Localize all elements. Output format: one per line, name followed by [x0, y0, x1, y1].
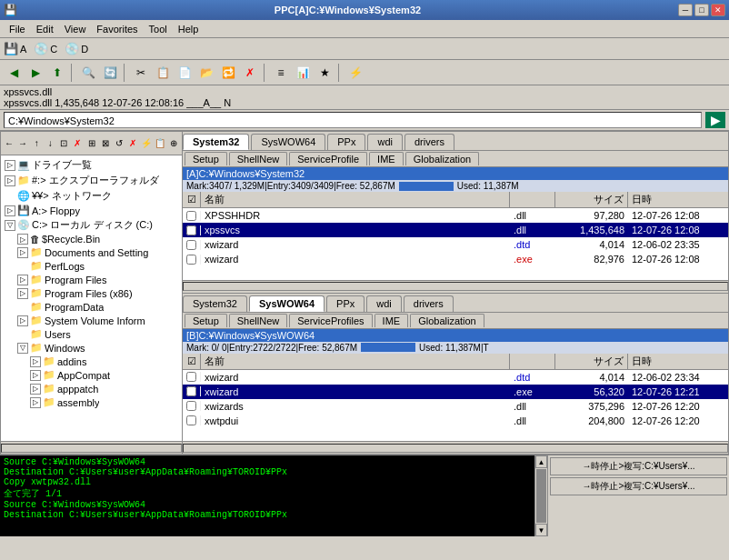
subtab-shellnew-top[interactable]: ShellNew	[229, 152, 287, 165]
bottom-scrollbar-h[interactable]	[183, 441, 728, 454]
file-checkbox[interactable]	[183, 372, 201, 382]
star-button[interactable]: ★	[315, 63, 335, 83]
tree-scroll-track[interactable]	[1, 444, 182, 453]
move-button[interactable]: 📂	[196, 63, 216, 83]
forward-button[interactable]: ▶	[25, 63, 45, 83]
tree-item[interactable]: ▷ 📁 #:> エクスプローラフォルダ	[3, 173, 180, 188]
log-scroll-down[interactable]: ▼	[535, 524, 547, 536]
top-file-list[interactable]: XPSSHHDR .dll 97,280 12-07-26 12:08 xpss…	[183, 208, 728, 280]
tree-item[interactable]: 🌐 ¥¥> ネットワーク	[3, 188, 180, 204]
tree-toggle-icon[interactable]: ▷	[30, 397, 41, 408]
table-row[interactable]: xwizard .dtd 4,014 12-06-02 23:34	[183, 370, 728, 385]
file-checkbox[interactable]	[183, 401, 201, 411]
sync-button[interactable]: 🔁	[218, 63, 238, 83]
tree-toggle-icon[interactable]: ▷	[30, 356, 41, 367]
log-panel[interactable]: Source C:¥Windows¥SysWOW64Destination C:…	[0, 455, 534, 536]
drive-c[interactable]: 💿 C	[34, 42, 57, 55]
file-checkbox[interactable]	[183, 240, 201, 250]
back-button[interactable]: ◀	[4, 63, 24, 83]
lp-btn-8[interactable]: ⊠	[99, 135, 112, 153]
file-checkbox[interactable]	[183, 255, 201, 265]
minimize-button[interactable]: ─	[678, 4, 693, 16]
header-date-top[interactable]: 日時	[628, 192, 728, 207]
tree-item[interactable]: ▷ 💻 ドライブ一覧	[3, 157, 180, 173]
tab-drivers-top[interactable]: drivers	[404, 134, 454, 150]
menu-edit[interactable]: Edit	[31, 22, 59, 36]
log-scroll-up[interactable]: ▲	[535, 455, 547, 468]
table-row[interactable]: xwizards .dll 375,296 12-07-26 12:20	[183, 399, 728, 414]
menu-view[interactable]: View	[59, 22, 92, 36]
lp-btn-2[interactable]: →	[16, 135, 29, 153]
lp-btn-7[interactable]: ⊞	[85, 135, 97, 153]
lp-btn-4[interactable]: ↓	[44, 135, 56, 153]
lp-btn-5[interactable]: ⊡	[57, 135, 70, 153]
tree-toggle-icon[interactable]: ▷	[17, 247, 28, 258]
table-row[interactable]: xwizard .dtd 4,014 12-06-02 23:35	[183, 237, 728, 252]
tab-drivers-bottom[interactable]: drivers	[404, 295, 454, 312]
top-scrollbar-h[interactable]	[183, 280, 728, 293]
table-row[interactable]: XPSSHHDR .dll 97,280 12-07-26 12:08	[183, 208, 728, 223]
lp-btn-11[interactable]: ⚡	[140, 135, 153, 153]
tree-item[interactable]: 📁 PerfLogs	[3, 259, 180, 273]
copy-button[interactable]: 📋	[153, 63, 173, 83]
menu-file[interactable]: File	[4, 22, 31, 36]
file-checkbox[interactable]	[183, 415, 201, 425]
subtab-shellnew-bottom[interactable]: ShellNew	[229, 314, 287, 327]
lp-btn-12[interactable]: 📋	[154, 135, 166, 153]
tree-scrollbar-h[interactable]	[1, 441, 182, 454]
paste-button[interactable]: 📄	[175, 63, 195, 83]
detail-button[interactable]: 📊	[293, 63, 313, 83]
tab-wdi-bottom[interactable]: wdi	[366, 295, 402, 312]
maximize-button[interactable]: □	[694, 4, 709, 16]
tree-item[interactable]: 📁 ProgramData	[3, 300, 180, 314]
tree-item[interactable]: ▽ 📁 Windows	[3, 341, 180, 355]
subtab-ime-top[interactable]: IME	[369, 152, 404, 165]
menu-help[interactable]: Help	[173, 22, 205, 36]
subtab-setup-bottom[interactable]: Setup	[185, 314, 227, 327]
tree-item[interactable]: ▷ 📁 assembly	[3, 395, 180, 409]
tree-toggle-icon[interactable]: ▽	[17, 343, 28, 354]
path-go-button[interactable]: ▶	[705, 112, 725, 128]
tree-toggle-icon[interactable]: ▷	[30, 370, 41, 381]
tree-item[interactable]: ▷ 📁 Program Files (x86)	[3, 286, 180, 300]
menu-favorites[interactable]: Favorites	[91, 22, 143, 36]
search-button[interactable]: 🔍	[78, 63, 98, 83]
tree-toggle-icon[interactable]: ▷	[17, 315, 28, 326]
lp-btn-13[interactable]: ⊕	[167, 135, 180, 153]
subtab-setup-top[interactable]: Setup	[185, 152, 227, 165]
status-btn-2[interactable]: →時停止>複写:C:¥Users¥...	[550, 477, 727, 495]
header-size-top[interactable]: サイズ	[555, 192, 628, 207]
table-row[interactable]: xwizard .exe 82,976 12-07-26 12:08	[183, 252, 728, 266]
tree-item[interactable]: ▷ 📁 AppCompat	[3, 368, 180, 382]
subtab-globalization-top[interactable]: Globalization	[405, 152, 480, 165]
extra-button[interactable]: ⚡	[345, 63, 365, 83]
lp-btn-9[interactable]: ↺	[113, 135, 125, 153]
log-scrollbar[interactable]: ▲ ▼	[534, 455, 547, 536]
tree-toggle-icon[interactable]: ▷	[5, 175, 15, 186]
drive-d[interactable]: 💿 D	[65, 42, 88, 55]
bottom-file-list[interactable]: xwizard .dtd 4,014 12-06-02 23:34 xwizar…	[183, 370, 728, 442]
tab-syswow64-top[interactable]: SysWOW64	[251, 134, 325, 150]
tree-item[interactable]: ▷ 🗑 $Recycle.Bin	[3, 233, 180, 245]
bottom-scroll-track[interactable]	[183, 444, 728, 453]
top-scroll-track[interactable]	[183, 282, 728, 291]
file-checkbox[interactable]	[183, 211, 201, 221]
subtab-ime-bottom[interactable]: IME	[374, 314, 409, 327]
tree-item[interactable]: ▷ 📁 apppatch	[3, 382, 180, 395]
tree-toggle-icon[interactable]: ▷	[17, 288, 28, 299]
tree-area[interactable]: ▷ 💻 ドライブ一覧 ▷ 📁 #:> エクスプローラフォルダ 🌐 ¥¥> ネット…	[1, 155, 182, 441]
table-row[interactable]: xwizard .exe 56,320 12-07-26 12:21	[183, 385, 728, 399]
refresh-button[interactable]: 🔄	[100, 63, 120, 83]
lp-btn-6[interactable]: ✗	[71, 135, 84, 153]
table-row[interactable]: xwtpdui .dll 204,800 12-07-26 12:20	[183, 414, 728, 428]
close-button[interactable]: ✕	[711, 4, 725, 16]
tab-wdi-top[interactable]: wdi	[367, 134, 403, 150]
tree-toggle-icon[interactable]: ▷	[17, 275, 28, 285]
lp-btn-1[interactable]: ←	[3, 135, 15, 153]
lp-btn-3[interactable]: ↑	[30, 135, 43, 153]
log-scroll-thumb[interactable]	[536, 469, 546, 523]
cut-button[interactable]: ✂	[131, 63, 151, 83]
header-date-bottom[interactable]: 日時	[628, 354, 728, 369]
tree-item[interactable]: ▷ 📁 System Volume Inform	[3, 314, 180, 327]
tree-toggle-icon[interactable]: ▷	[30, 384, 41, 395]
